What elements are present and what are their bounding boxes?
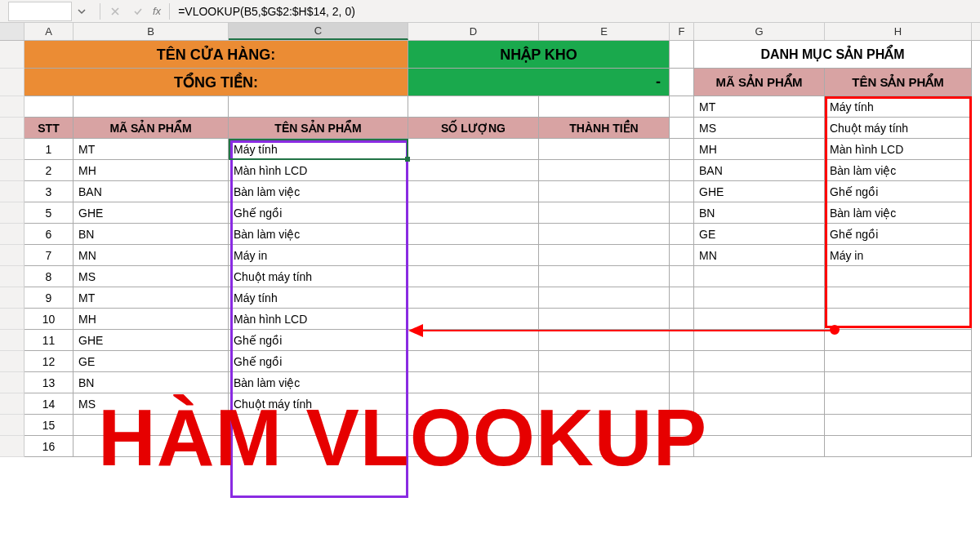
formula-input[interactable]: [173, 2, 980, 21]
row-header[interactable]: [0, 436, 24, 457]
name-box-dropdown[interactable]: [75, 2, 88, 21]
cell-sl[interactable]: [408, 309, 539, 330]
cell-ten[interactable]: Ghế ngồi: [229, 351, 408, 372]
cell-sl[interactable]: [408, 372, 539, 393]
row-header[interactable]: [0, 372, 24, 393]
cell[interactable]: [670, 351, 694, 372]
cell[interactable]: [670, 393, 694, 415]
cell-ten[interactable]: Ghế ngồi: [229, 202, 408, 224]
catalog-code[interactable]: BN: [694, 202, 825, 224]
cell-sl[interactable]: [408, 393, 539, 415]
catalog-name[interactable]: [825, 330, 972, 351]
cell[interactable]: [670, 266, 694, 287]
cell-ten[interactable]: Màn hình LCD: [229, 309, 408, 330]
cell-ma[interactable]: MT: [74, 287, 229, 309]
cell-stt[interactable]: 6: [24, 224, 74, 245]
sheet[interactable]: TÊN CỬA HÀNG: NHẬP KHO DANH MỤC SẢN PHẨM…: [24, 41, 980, 457]
cell-sl[interactable]: [408, 245, 539, 266]
catalog-name[interactable]: [825, 266, 972, 287]
catalog-name[interactable]: [825, 351, 972, 372]
cell[interactable]: [539, 96, 670, 118]
cell-tt[interactable]: [539, 309, 670, 330]
cell[interactable]: [24, 96, 74, 118]
cell-tt[interactable]: [539, 436, 670, 457]
row-header[interactable]: [0, 330, 24, 351]
cell-sl[interactable]: [408, 415, 539, 436]
col-header-G[interactable]: G: [694, 23, 825, 40]
cell-ten[interactable]: [229, 436, 408, 457]
cell-stt[interactable]: 12: [24, 351, 74, 372]
cell-ten[interactable]: [229, 415, 408, 436]
row-header[interactable]: [0, 245, 24, 266]
catalog-name[interactable]: Ghế ngồi: [825, 181, 972, 202]
catalog-title[interactable]: DANH MỤC SẢN PHẨM: [694, 41, 972, 69]
row-header[interactable]: [0, 224, 24, 245]
col-header-A[interactable]: A: [24, 23, 74, 40]
cell-ma[interactable]: GE: [74, 351, 229, 372]
cell-tt[interactable]: [539, 245, 670, 266]
cell[interactable]: [670, 41, 694, 69]
catalog-code[interactable]: MH: [694, 139, 825, 160]
catalog-code[interactable]: MT: [694, 96, 825, 118]
cell-stt[interactable]: 5: [24, 202, 74, 224]
catalog-name[interactable]: [825, 415, 972, 436]
row-header[interactable]: [0, 202, 24, 224]
cell[interactable]: [670, 181, 694, 202]
catalog-name[interactable]: [825, 436, 972, 457]
cell-ma[interactable]: GHE: [74, 330, 229, 351]
row-header[interactable]: [0, 266, 24, 287]
select-all-corner[interactable]: [0, 23, 24, 40]
cell-sl[interactable]: [408, 181, 539, 202]
row-header[interactable]: [0, 41, 24, 69]
catalog-code[interactable]: [694, 287, 825, 309]
cell-stt[interactable]: 16: [24, 436, 74, 457]
cell-stt[interactable]: 8: [24, 266, 74, 287]
cell-stt[interactable]: 7: [24, 245, 74, 266]
catalog-name[interactable]: Máy tính: [825, 96, 972, 118]
cell-ten[interactable]: Chuột máy tính: [229, 266, 408, 287]
cell-ma[interactable]: BN: [74, 372, 229, 393]
cell-ten[interactable]: Máy tính: [229, 287, 408, 309]
cell-tt[interactable]: [539, 266, 670, 287]
cell[interactable]: [670, 160, 694, 181]
col-header-D[interactable]: D: [408, 23, 539, 40]
cell-sl[interactable]: [408, 160, 539, 181]
row-header[interactable]: [0, 69, 24, 96]
row-header[interactable]: [0, 415, 24, 436]
catalog-name[interactable]: [825, 393, 972, 415]
cell-ten[interactable]: Máy tính: [229, 139, 408, 160]
cell-ma[interactable]: GHE: [74, 202, 229, 224]
catalog-name[interactable]: Màn hình LCD: [825, 139, 972, 160]
catalog-code[interactable]: [694, 393, 825, 415]
th-tt[interactable]: THÀNH TIỀN: [539, 118, 670, 139]
cell-tt[interactable]: [539, 139, 670, 160]
row-header[interactable]: [0, 160, 24, 181]
row-header[interactable]: [0, 139, 24, 160]
catalog-code[interactable]: GE: [694, 224, 825, 245]
cell[interactable]: [74, 96, 229, 118]
cell-ma[interactable]: MT: [74, 139, 229, 160]
cell-stt[interactable]: 9: [24, 287, 74, 309]
name-box[interactable]: [8, 2, 72, 21]
total-value[interactable]: -: [408, 69, 670, 96]
cell[interactable]: [670, 69, 694, 96]
cell-sl[interactable]: [408, 330, 539, 351]
col-header-E[interactable]: E: [539, 23, 670, 40]
catalog-name[interactable]: Máy in: [825, 245, 972, 266]
col-header-H[interactable]: H: [825, 23, 972, 40]
cell[interactable]: [670, 139, 694, 160]
enter-button[interactable]: [127, 2, 149, 21]
cell-tt[interactable]: [539, 224, 670, 245]
cell-stt[interactable]: 13: [24, 372, 74, 393]
col-header-F[interactable]: F: [670, 23, 694, 40]
cell-tt[interactable]: [539, 160, 670, 181]
cell[interactable]: [670, 118, 694, 139]
catalog-code[interactable]: [694, 266, 825, 287]
cell-ma[interactable]: [74, 436, 229, 457]
cell-ten[interactable]: Bàn làm việc: [229, 372, 408, 393]
cell-tt[interactable]: [539, 330, 670, 351]
fx-label[interactable]: fx: [153, 5, 161, 17]
import-label[interactable]: NHẬP KHO: [408, 41, 670, 69]
cell[interactable]: [670, 245, 694, 266]
catalog-code[interactable]: GHE: [694, 181, 825, 202]
